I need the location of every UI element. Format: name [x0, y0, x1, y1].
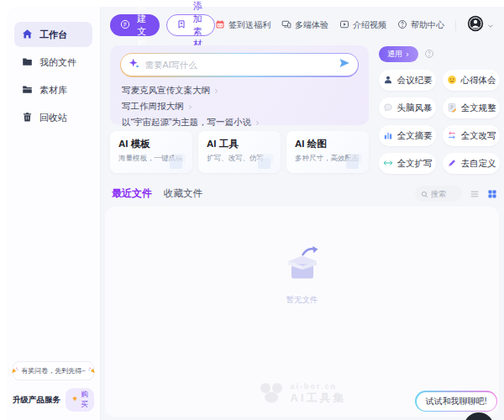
link-help-center[interactable]: 帮助中心	[397, 19, 444, 31]
send-icon[interactable]	[339, 57, 350, 72]
survey-promo-text: 有奖问卷，先到先得~	[21, 366, 86, 375]
app-window: 工作台 我的文件 素材库 回收站 有奖问卷，先到先得~ 升级产品服务	[7, 7, 504, 420]
topbar-divider	[455, 20, 456, 31]
tool-label: 去自定义	[461, 158, 496, 170]
prompt-suggestions: 写麦克风宣传文案大纲 写工作周报大纲 以“宇宙起源”为主题，写一篇小说	[122, 83, 357, 131]
category-pill[interactable]: 通用	[379, 46, 418, 62]
chevron-right-icon	[405, 50, 410, 59]
library-icon	[22, 84, 33, 97]
empty-box-icon	[281, 270, 324, 285]
devices-icon	[281, 19, 291, 31]
quick-tools-panel: 通用 会议纪要 心得体会 头脑风暴	[379, 46, 500, 174]
buy-button[interactable]: 购买	[66, 388, 94, 412]
link-multi-device[interactable]: 多端体验	[281, 19, 328, 31]
empty-state-text: 暂无文件	[105, 295, 499, 306]
tab-favorite-files[interactable]: 收藏文件	[164, 187, 202, 200]
sidebar-item-label: 我的文件	[39, 56, 76, 69]
sidebar-item-label: 工作台	[39, 29, 67, 41]
sidebar-item-my-files[interactable]: 我的文件	[14, 50, 92, 75]
sparkle-icon	[129, 57, 139, 72]
add-material-label: 添加素材	[191, 0, 206, 50]
ai-prompt-panel: 写麦克风宣传文案大纲 写工作周报大纲 以“宇宙起源”为主题，写一篇小说	[110, 45, 369, 125]
sidebar-item-library[interactable]: 素材库	[14, 77, 92, 102]
link-signin-reward[interactable]: 签到送福利	[215, 19, 270, 31]
watermark-text: ai-bot.cn AI工具集	[291, 382, 347, 406]
topbar: 新建文档 添加素材 签到送福利 多端体验 介绍视频	[102, 7, 504, 44]
ai-input-box[interactable]	[121, 54, 357, 76]
bookmark-add-icon	[176, 19, 186, 31]
tool-full-text-rewrite[interactable]: 全文改写	[443, 125, 500, 146]
main-area: 新建文档 添加素材 签到送福利 多端体验 介绍视频	[102, 7, 504, 420]
tool-reflections[interactable]: 心得体会	[443, 70, 500, 91]
add-material-button[interactable]: 添加素材	[166, 14, 216, 36]
tool-customize[interactable]: 去自定义	[443, 153, 500, 174]
template-ghost-icon	[169, 153, 189, 173]
link-label: 签到送福利	[228, 19, 270, 31]
chevron-right-icon	[213, 86, 219, 96]
list-view-icon[interactable]	[470, 189, 480, 199]
ai-prompt-input[interactable]	[144, 60, 333, 70]
upgrade-label: 升级产品服务	[13, 395, 60, 406]
account-menu[interactable]	[467, 15, 494, 35]
smiley-icon	[447, 75, 457, 87]
new-document-button[interactable]: 新建文档	[110, 14, 160, 36]
tool-full-text-summary[interactable]: 全文摘要	[379, 125, 436, 146]
quick-tools-header: 通用	[379, 46, 500, 62]
party-icon	[11, 366, 18, 375]
document-edit-icon	[447, 102, 457, 114]
card-ai-drawing[interactable]: AI 绘图 多种尺寸，高效配图	[286, 131, 369, 173]
card-ai-templates[interactable]: AI 模板 海量模板，一键成稿	[110, 131, 192, 173]
folder-icon	[22, 56, 33, 69]
quick-tools-grid: 会议纪要 心得体会 头脑风暴 全文规整 全文摘要	[379, 70, 500, 174]
suggestion-item[interactable]: 写麦克风宣传文案大纲	[122, 83, 357, 99]
gem-icon	[71, 396, 78, 404]
chevron-right-icon	[255, 118, 260, 128]
card-ai-tools[interactable]: AI 工具 扩写、改写、仿写	[198, 131, 281, 173]
chat-invite-bubble[interactable]: 试试和我聊聊吧!	[415, 391, 497, 412]
suggestion-item[interactable]: 写工作周报大纲	[122, 99, 357, 115]
video-icon	[339, 19, 349, 31]
feature-cards: AI 模板 海量模板，一键成稿 AI 工具 扩写、改写、仿写 AI 绘图 多种尺…	[110, 131, 369, 173]
tools-ghost-icon	[257, 153, 277, 173]
card-title: AI 绘图	[295, 138, 360, 150]
help-icon[interactable]	[424, 47, 434, 62]
tool-meeting-minutes[interactable]: 会议纪要	[379, 70, 436, 91]
grid-view-icon[interactable]	[487, 189, 497, 199]
trash-icon	[22, 112, 33, 124]
suggestion-item[interactable]: 以“宇宙起源”为主题，写一篇小说	[122, 115, 357, 131]
home-icon	[22, 29, 33, 41]
chat-bubble-text: 试试和我聊聊吧!	[417, 392, 496, 411]
tool-brainstorm[interactable]: 头脑风暴	[379, 97, 436, 118]
sidebar-item-recycle-bin[interactable]: 回收站	[14, 105, 92, 130]
survey-promo-banner[interactable]: 有奖问卷，先到先得~	[13, 361, 94, 381]
link-label: 介绍视频	[353, 19, 386, 31]
tool-label: 全文摘要	[397, 130, 433, 142]
tab-recent-files[interactable]: 最近文件	[112, 186, 152, 201]
chart-icon	[383, 130, 393, 142]
empty-state: 暂无文件	[105, 244, 499, 306]
tool-full-text-expand[interactable]: 全文扩写	[379, 153, 436, 174]
card-title: AI 工具	[207, 138, 272, 150]
sidebar-item-workspace[interactable]: 工作台	[14, 22, 92, 47]
link-intro-video[interactable]: 介绍视频	[339, 19, 386, 31]
file-search-input[interactable]	[431, 190, 456, 198]
files-panel: 暂无文件 ai-bot.cn AI工具集	[105, 207, 499, 417]
sidebar-footer: 有奖问卷，先到先得~ 升级产品服务 购买	[13, 361, 94, 412]
calendar-icon	[215, 19, 225, 31]
tool-label: 全文改写	[461, 130, 496, 142]
upgrade-row: 升级产品服务 购买	[13, 388, 94, 412]
tool-label: 会议纪要	[397, 75, 433, 87]
suggestion-text: 以“宇宙起源”为主题，写一篇小说	[122, 117, 251, 129]
drawing-ghost-icon	[345, 153, 365, 173]
suggestion-text: 写工作周报大纲	[122, 101, 184, 113]
tool-label: 全文扩写	[397, 158, 433, 170]
expand-arrows-icon	[383, 158, 393, 170]
tool-label: 头脑风暴	[397, 102, 433, 114]
tool-full-text-organize[interactable]: 全文规整	[443, 97, 500, 118]
file-search-box[interactable]	[415, 186, 462, 202]
rewrite-arrows-icon	[447, 130, 457, 142]
sidebar: 工作台 我的文件 素材库 回收站 有奖问卷，先到先得~ 升级产品服务	[7, 7, 101, 420]
new-document-icon	[120, 19, 130, 31]
sidebar-nav: 工作台 我的文件 素材库 回收站	[7, 7, 100, 130]
link-label: 帮助中心	[411, 19, 444, 31]
